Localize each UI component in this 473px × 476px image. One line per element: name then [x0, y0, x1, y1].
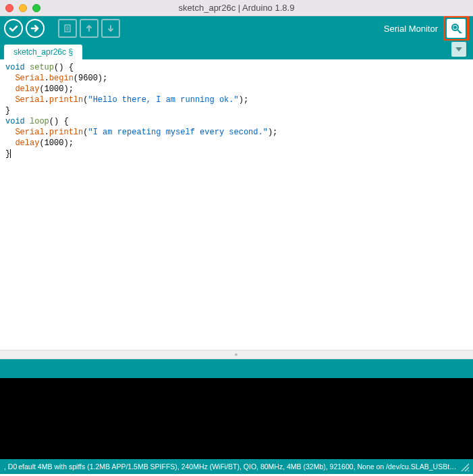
toolbar: Serial Monitor — [0, 16, 473, 41]
arrow-right-icon — [30, 24, 40, 33]
code-line: } — [5, 105, 468, 116]
arrow-up-icon — [84, 24, 94, 33]
tab-bar: sketch_apr26c § — [0, 41, 473, 59]
console-resize-handle[interactable]: ● — [0, 350, 473, 359]
window-controls — [5, 4, 40, 12]
text-cursor — [10, 149, 11, 158]
check-icon — [9, 24, 18, 33]
minimize-window-button[interactable] — [19, 4, 27, 12]
resize-grip-icon — [461, 463, 469, 471]
verify-button[interactable] — [4, 19, 23, 38]
code-line: Serial.println("I am repeating myself ev… — [5, 127, 468, 138]
code-line: Serial.begin(9600); — [5, 73, 468, 84]
tab-sketch[interactable]: sketch_apr26c § — [4, 45, 82, 59]
close-window-button[interactable] — [5, 4, 13, 12]
highlighted-annotation — [443, 16, 469, 41]
code-line: void loop() { — [5, 116, 468, 127]
code-line: } — [5, 149, 468, 159]
console-output[interactable] — [0, 378, 473, 459]
serial-monitor-label: Serial Monitor — [384, 24, 438, 34]
window-title: sketch_apr26c | Arduino 1.8.9 — [5, 3, 468, 13]
code-line: Serial.println("Hello there, I am runnin… — [5, 95, 468, 105]
arrow-down-icon — [106, 24, 115, 33]
file-icon — [63, 24, 72, 33]
window-resize-grip[interactable] — [460, 462, 469, 471]
chevron-down-icon — [455, 47, 462, 51]
status-line-col: , D0 — [4, 462, 17, 471]
svg-point-5 — [454, 26, 456, 28]
grip-icon: ● — [234, 351, 238, 358]
window-titlebar: sketch_apr26c | Arduino 1.8.9 — [0, 0, 473, 16]
upload-button[interactable] — [26, 19, 45, 38]
magnifier-icon — [450, 22, 462, 34]
serial-monitor-button[interactable] — [447, 19, 466, 38]
status-board-info: efault 4MB with spiffs (1.2MB APP/1.5MB … — [17, 462, 460, 471]
code-line: delay(1000); — [5, 84, 468, 95]
tab-menu-button[interactable] — [451, 42, 466, 57]
console-header — [0, 359, 473, 378]
new-sketch-button[interactable] — [58, 19, 77, 38]
maximize-window-button[interactable] — [32, 4, 40, 12]
code-line: delay(1000); — [5, 138, 468, 149]
svg-line-6 — [457, 30, 460, 32]
code-line: void setup() { — [5, 62, 468, 73]
code-editor[interactable]: void setup() { Serial.begin(9600); delay… — [0, 59, 473, 350]
status-bar: , D0 efault 4MB with spiffs (1.2MB APP/1… — [0, 459, 473, 474]
open-sketch-button[interactable] — [80, 19, 99, 38]
save-sketch-button[interactable] — [101, 19, 120, 38]
